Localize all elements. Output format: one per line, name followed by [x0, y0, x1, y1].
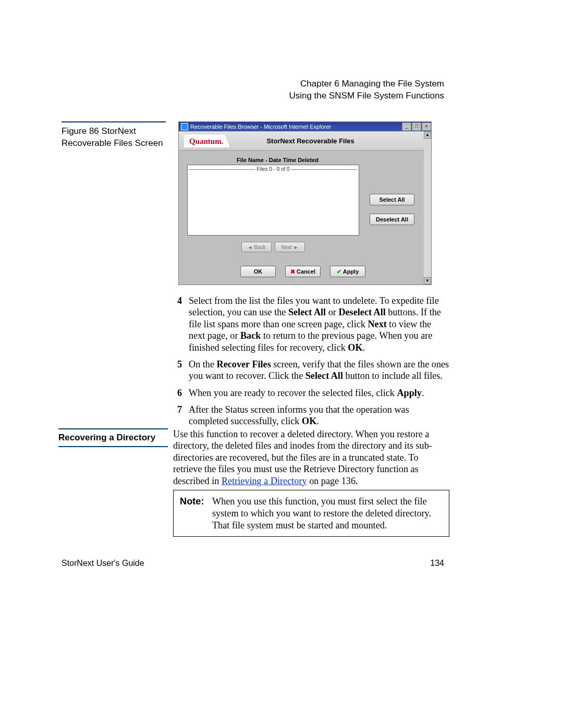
cancel-x-icon: ✖ [290, 268, 295, 275]
step-7: 7 After the Status screen informs you th… [177, 404, 449, 427]
footer-page-number: 134 [430, 559, 444, 568]
file-listbox[interactable]: -------------------------------------- F… [187, 165, 359, 236]
scrollbar[interactable]: ▲ ▼ [424, 131, 431, 285]
quantum-logo: Quantum. [184, 134, 230, 147]
instruction-steps: 4 Select from the list the files you wan… [177, 295, 449, 433]
app-title: StorNext Recoverable Files [240, 137, 354, 145]
step-number: 6 [177, 387, 189, 399]
window-controls: _ □ × [401, 122, 431, 131]
figure-caption-l2: Recoverable Files Screen [62, 138, 163, 148]
back-button[interactable]: ◄ Back [241, 242, 272, 252]
maximize-button[interactable]: □ [412, 122, 421, 131]
note-text: When you use this function, you must fir… [212, 496, 443, 531]
apply-check-icon: ✔ [337, 268, 341, 275]
nav-buttons: ◄ Back Next ► [241, 242, 305, 252]
next-button[interactable]: Next ► [275, 242, 305, 252]
back-arrow-icon: ◄ [247, 244, 252, 250]
list-status-row: -------------------------------------- F… [188, 165, 359, 172]
step-text: After the Status screen informs you that… [189, 404, 449, 427]
minimize-button[interactable]: _ [402, 122, 411, 131]
app-header: Quantum. StorNext Recoverable Files [179, 131, 424, 151]
figure-caption: Figure 86 StorNext Recoverable Files Scr… [62, 121, 166, 150]
bottom-buttons: OK ✖ Cancel ✔ Apply [240, 266, 365, 277]
ok-button[interactable]: OK [240, 266, 276, 277]
step-text: Select from the list the files you want … [189, 295, 449, 353]
select-all-button[interactable]: Select All [370, 194, 414, 205]
retrieving-directory-link[interactable]: Retrieving a Directory [222, 476, 307, 486]
cancel-label: Cancel [297, 268, 315, 275]
window-titlebar: Recoverable Files Browser - Microsoft In… [179, 122, 431, 131]
note-label: Note: [180, 496, 212, 531]
apply-button[interactable]: ✔ Apply [330, 266, 365, 277]
section-body: Use this function to recover a deleted d… [173, 428, 449, 487]
apply-label: Apply [343, 268, 359, 275]
step-number: 4 [177, 295, 189, 353]
step-number: 7 [177, 404, 189, 427]
next-label: Next [281, 244, 292, 250]
close-button[interactable]: × [422, 122, 431, 131]
window-title-text: Recoverable Files Browser - Microsoft In… [190, 124, 331, 130]
page-header: Chapter 6 Managing the File System Using… [289, 78, 444, 102]
step-text: When you are ready to recover the select… [189, 387, 424, 399]
deselect-all-button[interactable]: Deselect All [370, 214, 414, 225]
cancel-button[interactable]: ✖ Cancel [285, 266, 321, 277]
section-heading: Recovering a Directory [58, 428, 168, 447]
step-text: On the Recover Files screen, verify that… [189, 359, 449, 382]
footer-guide-name: StorNext User's Guide [62, 559, 144, 568]
scroll-down-icon[interactable]: ▼ [424, 277, 431, 285]
next-arrow-icon: ► [293, 244, 299, 250]
back-label: Back [254, 244, 265, 250]
ie-icon [181, 123, 188, 130]
subtitle-line: Using the SNSM File System Functions [289, 90, 444, 102]
app-body: Quantum. StorNext Recoverable Files File… [179, 131, 424, 285]
figure-caption-l1: Figure 86 StorNext [62, 126, 136, 136]
side-buttons: Select All Deselect All [370, 194, 414, 225]
note-box: Note: When you use this function, you mu… [173, 490, 449, 537]
step-5: 5 On the Recover Files screen, verify th… [177, 359, 449, 382]
list-header: File Name - Date Time Deleted [187, 157, 415, 165]
chapter-line: Chapter 6 Managing the File System [289, 78, 444, 90]
step-number: 5 [177, 359, 189, 382]
recoverable-files-window: Recoverable Files Browser - Microsoft In… [178, 121, 432, 285]
step-6: 6 When you are ready to recover the sele… [177, 387, 449, 399]
step-4: 4 Select from the list the files you wan… [177, 295, 449, 353]
scroll-up-icon[interactable]: ▲ [424, 131, 431, 139]
